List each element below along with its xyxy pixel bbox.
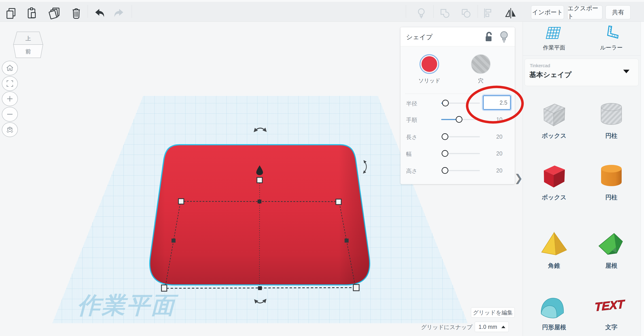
export-button[interactable]: エクスポート: [567, 5, 602, 19]
shape-item-hole-cylinder[interactable]: 円柱: [589, 100, 634, 140]
radius-slider-handle[interactable]: [442, 100, 449, 106]
shape-item-label: 円柱: [589, 193, 634, 201]
shape-tips-icon[interactable]: [499, 31, 509, 43]
shape-item-text[interactable]: TEXT 文字: [589, 291, 634, 331]
scale-handle-mid-left[interactable]: [178, 199, 184, 204]
steps-slider-handle[interactable]: [456, 116, 462, 123]
mirror-icon[interactable]: [504, 6, 518, 20]
slider-value: 20: [478, 167, 502, 174]
svg-text:TEXT: TEXT: [595, 297, 625, 313]
minus-icon: [6, 110, 14, 118]
hole-cylinder-icon: [594, 100, 629, 129]
shape-panel-title: シェイプ: [406, 33, 433, 42]
shape-item-label: 屋根: [589, 262, 634, 270]
workplane-icon: [546, 26, 563, 41]
slider-label: 手順: [406, 116, 417, 124]
workplane-tool[interactable]: 作業平面: [532, 26, 576, 51]
radius-slider[interactable]: [441, 103, 480, 104]
view-cube[interactable]: 上 前: [9, 29, 49, 63]
plus-icon: [6, 95, 14, 103]
paste-icon[interactable]: [25, 6, 39, 20]
shape-item-label: ボックス: [532, 132, 576, 140]
scale-handle-bottom-left[interactable]: [162, 285, 167, 291]
roof-icon: [594, 230, 629, 259]
shape-item-roof[interactable]: 屋根: [589, 230, 634, 270]
height-slider[interactable]: [441, 170, 480, 171]
workplane-watermark: 作業平面: [75, 292, 181, 318]
shape-properties-panel: シェイプ ソリッド 穴 半径 手順 10: [400, 27, 515, 184]
shape-item-pyramid[interactable]: 角錐: [532, 230, 576, 270]
shape-item-label: 角錐: [532, 262, 576, 270]
shape-item-label: 円形屋根: [532, 323, 576, 331]
align-icon[interactable]: [481, 6, 495, 20]
unlock-icon[interactable]: [484, 31, 494, 43]
slider-row-length: 長さ 20: [400, 133, 515, 140]
shapes-sidebar: 作業平面 ルーラー Tinkercad 基本シェイプ ボックス: [522, 22, 644, 336]
zoom-in-button[interactable]: [2, 91, 18, 106]
chevron-down-icon: [623, 70, 630, 73]
shape-item-cylinder[interactable]: 円柱: [589, 161, 634, 201]
solid-option[interactable]: ソリッド: [412, 54, 446, 84]
slider-label: 幅: [406, 150, 412, 158]
length-slider[interactable]: [441, 136, 480, 137]
slider-label: 高さ: [406, 167, 418, 175]
copy-icon[interactable]: [4, 6, 18, 20]
perspective-cube-icon: [6, 126, 14, 134]
slider-row-radius: 半径: [400, 100, 515, 107]
duplicate-icon[interactable]: [48, 6, 61, 20]
hole-swatch: [471, 54, 490, 74]
height-slider-handle[interactable]: [442, 167, 448, 174]
slider-value: 20: [478, 133, 502, 140]
collapse-panel-chevron[interactable]: ❯: [514, 172, 523, 184]
ungroup-icon[interactable]: [459, 6, 473, 20]
undo-icon[interactable]: [92, 6, 106, 20]
share-button[interactable]: 共有: [606, 5, 630, 19]
view-cube-top-label[interactable]: 上: [26, 35, 31, 42]
main-toolbar: インポート エクスポート 共有: [0, 2, 644, 22]
view-cube-front-label[interactable]: 前: [25, 48, 31, 54]
fit-view-button[interactable]: [2, 76, 18, 91]
group-icon[interactable]: [438, 6, 452, 20]
toolbar-divider: [406, 5, 406, 18]
ruler-tool-label: ルーラー: [589, 44, 634, 51]
edge-handle-right[interactable]: [344, 239, 348, 243]
library-name: 基本シェイプ: [529, 70, 572, 80]
center-handle-top[interactable]: [258, 200, 262, 203]
width-slider[interactable]: [441, 153, 480, 154]
sidebar-divider: [523, 56, 641, 56]
scale-handle-bottom-right[interactable]: [353, 284, 359, 291]
shape-item-label: 円柱: [589, 132, 634, 140]
ruler-tool[interactable]: ルーラー: [589, 26, 634, 51]
center-handle-bottom[interactable]: [258, 286, 262, 290]
snap-grid-dropdown[interactable]: 1.0 mm: [475, 322, 509, 332]
snap-grid-value: 1.0 mm: [478, 324, 497, 330]
slider-label: 長さ: [406, 133, 418, 141]
box-icon: [536, 161, 572, 191]
edge-handle-left[interactable]: [172, 239, 176, 243]
scale-handle-mid-right[interactable]: [336, 199, 341, 205]
shape-library-dropdown[interactable]: Tinkercad 基本シェイプ: [524, 59, 639, 86]
shape-item-hole-box[interactable]: ボックス: [532, 100, 576, 140]
perspective-toggle-button[interactable]: [2, 122, 18, 137]
length-slider-handle[interactable]: [442, 133, 448, 140]
import-button[interactable]: インポート: [531, 5, 564, 19]
width-slider-handle[interactable]: [442, 150, 448, 157]
radius-input[interactable]: [483, 95, 511, 110]
shape-item-box[interactable]: ボックス: [532, 161, 576, 201]
edit-grid-button[interactable]: グリッドを編集: [471, 307, 515, 318]
steps-slider[interactable]: [441, 119, 480, 120]
home-view-button[interactable]: [2, 61, 18, 76]
zoom-out-button[interactable]: [2, 107, 18, 122]
hole-option[interactable]: 穴: [464, 54, 498, 84]
sidebar-scrollbar[interactable]: [641, 22, 644, 336]
lightbulb-icon[interactable]: [414, 6, 428, 20]
shape-item-label: ボックス: [532, 193, 576, 201]
toolbar-divider: [132, 5, 132, 18]
delete-icon[interactable]: [69, 6, 83, 20]
shape-item-label: 文字: [589, 323, 634, 331]
shape-item-round-roof[interactable]: 円形屋根: [532, 291, 576, 331]
redo-icon[interactable]: [112, 6, 126, 20]
round-roof-icon: [536, 291, 572, 320]
height-handle[interactable]: [257, 178, 262, 183]
home-icon: [6, 64, 14, 72]
